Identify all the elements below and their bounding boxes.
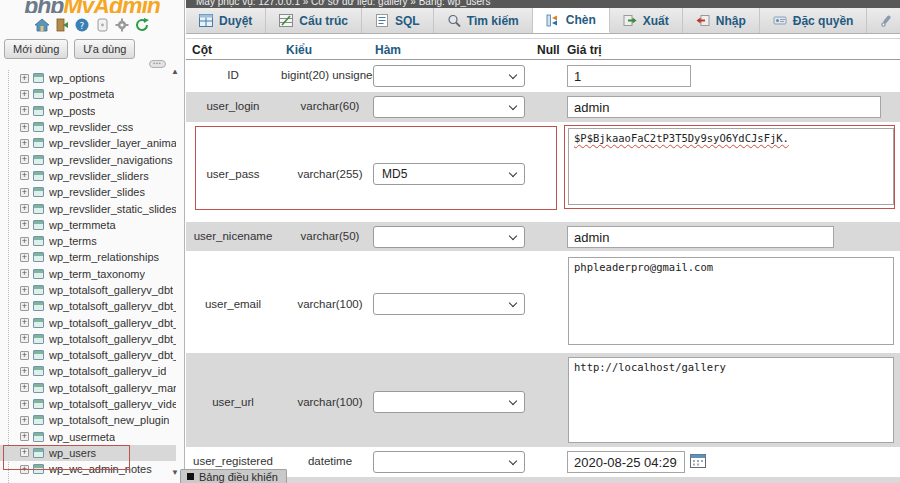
function-select[interactable] [373,451,525,473]
sidebar-resize-grip[interactable]: ••• [149,60,166,68]
table-icon [33,448,44,458]
favorite-tables-button[interactable]: Ưa dùng [74,39,135,59]
table-icon [33,334,44,344]
expand-plus-icon[interactable]: + [20,253,29,262]
value-input-user-registered[interactable] [567,451,685,473]
sidebar-table-item[interactable]: + wp_totalsoft_galleryv_dbt_1 [0,298,176,314]
expand-plus-icon[interactable]: + [20,155,29,164]
tab-import[interactable]: Nhập [683,8,760,33]
sql-icon [375,14,389,27]
sidebar-table-item[interactable]: + wp_revslider_slides [0,184,176,200]
tab-browse[interactable]: Duyệt [186,8,266,33]
tab-privileges[interactable]: Đặc quyền [760,8,868,33]
sidebar-table-item[interactable]: + wp_postmeta [0,86,176,102]
refresh-icon[interactable] [134,17,150,33]
sidebar-table-item[interactable]: + wp_posts [0,103,176,119]
sidebar-table-item[interactable]: + wp_revslider_sliders [0,168,176,184]
expand-plus-icon[interactable]: + [20,139,29,148]
sidebar-table-item[interactable]: + wp_totalsoft_galleryv_dbt [0,282,176,298]
value-textarea-user-url[interactable]: http://localhost/gallery [568,357,894,443]
value-input-id[interactable] [567,65,691,87]
sidebar-table-item[interactable]: + wp_termmeta [0,217,176,233]
sidebar-table-item[interactable]: + wp_options [0,70,176,86]
recent-tables-button[interactable]: Mới dùng [4,39,68,59]
sidebar-table-item[interactable]: + wp_totalsoft_galleryv_dbt_3 [0,331,176,347]
calendar-icon[interactable] [690,453,706,468]
tab-structure[interactable]: Cấu trúc [266,8,362,33]
function-select[interactable] [373,391,525,413]
expand-plus-icon[interactable]: + [20,448,29,457]
expand-plus-icon[interactable]: + [20,204,29,213]
expand-plus-icon[interactable]: + [20,220,29,229]
expand-plus-icon[interactable]: + [20,74,29,83]
sidebar-table-item[interactable]: + wp_wc_admin_notes [0,461,176,477]
expand-plus-icon[interactable]: + [20,106,29,115]
expand-plus-icon[interactable]: + [20,171,29,180]
console-toggle[interactable]: Bảng điều khiển [180,469,287,483]
expand-plus-icon[interactable]: + [20,318,29,327]
expand-plus-icon[interactable]: + [20,302,29,311]
column-type: datetime [270,455,390,467]
value-textarea-user-pass[interactable]: $P$BjkaaoFaC2tP3T5Dy9syO6YdCJsFjK. [568,128,894,205]
table-icon [33,138,44,148]
chevron-down-icon [509,298,517,306]
expand-plus-icon[interactable]: + [20,123,29,132]
function-select-md5[interactable]: MD5 [373,163,525,185]
expand-plus-icon[interactable]: + [20,416,29,425]
sidebar-table-item[interactable]: + wp_revslider_static_slides [0,200,176,216]
tab-insert[interactable]: Chèn [533,8,610,33]
logout-icon[interactable] [54,17,70,33]
table-name-label: wp_totalsoft_galleryv_dbt_1 [49,300,176,312]
expand-plus-icon[interactable]: + [20,383,29,392]
expand-plus-icon[interactable]: + [20,90,29,99]
column-type: varchar(255) [270,168,390,180]
value-textarea-user-email[interactable]: phpleaderpro@gmail.com [568,257,894,345]
tab-sql[interactable]: SQL [362,8,434,33]
tab-search[interactable]: Tìm kiếm [434,8,533,33]
sidebar-table-item[interactable]: + wp_users [0,445,176,461]
value-input-user-login[interactable] [567,96,881,118]
sidebar-table-item[interactable]: + wp_totalsoft_galleryv_id [0,363,176,379]
sidebar-table-item[interactable]: + wp_usermeta [0,429,176,445]
docs-icon[interactable] [94,17,110,33]
sidebar-table-item[interactable]: + wp_totalsoft_galleryv_dbt_2 [0,314,176,330]
expand-plus-icon[interactable]: + [20,269,29,278]
expand-plus-icon[interactable]: + [20,351,29,360]
sidebar-table-item[interactable]: + wp_term_relationships [0,249,176,265]
expand-plus-icon[interactable]: + [20,465,29,474]
sidebar-table-item[interactable]: + wp_totalsoft_new_plugin [0,412,176,428]
sidebar-table-item[interactable]: + wp_totalsoft_galleryv_dbt_4 [0,347,176,363]
function-select[interactable] [373,96,525,118]
header-function[interactable]: Hàm [375,43,401,57]
expand-plus-icon[interactable]: + [20,400,29,409]
chevron-down-icon [509,70,517,78]
expand-plus-icon[interactable]: + [20,334,29,343]
expand-plus-icon[interactable]: + [20,286,29,295]
function-select[interactable] [373,65,525,87]
table-name-label: wp_totalsoft_galleryv_mana [49,382,176,394]
help-icon[interactable]: ? [74,17,90,33]
tab-operations[interactable]: Thao tác [867,8,900,33]
sidebar-table-item[interactable]: + wp_revslider_layer_animati [0,135,176,151]
scroll-down-arrow[interactable]: ▼ [171,468,179,477]
sidebar-table-item[interactable]: + wp_terms [0,233,176,249]
sidebar-table-item[interactable]: + wp_term_taxonomy [0,266,176,282]
table-name-label: wp_usermeta [49,431,115,443]
value-input-user-nicename[interactable] [567,226,834,248]
sidebar-table-item[interactable]: + wp_totalsoft_galleryv_video [0,396,176,412]
expand-plus-icon[interactable]: + [20,367,29,376]
sidebar-table-item[interactable]: + wp_revslider_navigations [0,151,176,167]
tab-export[interactable]: Xuất [610,8,683,33]
insert-icon [546,14,560,27]
settings-gear-icon[interactable] [114,17,130,33]
expand-plus-icon[interactable]: + [20,237,29,246]
sidebar-table-item[interactable]: + wp_revslider_css [0,119,176,135]
expand-plus-icon[interactable]: + [20,432,29,441]
table-icon [33,89,44,99]
sidebar-table-item[interactable]: + wp_totalsoft_galleryv_mana [0,380,176,396]
function-select[interactable] [373,226,525,248]
function-select[interactable] [373,293,525,315]
expand-plus-icon[interactable]: + [20,188,29,197]
home-icon[interactable] [34,17,50,33]
header-type[interactable]: Kiểu [286,43,312,57]
